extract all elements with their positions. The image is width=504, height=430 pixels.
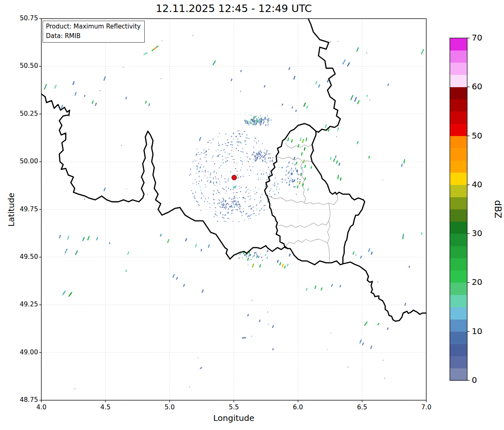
echo-streak xyxy=(246,120,247,122)
echo-streak xyxy=(255,194,255,194)
echo-streak xyxy=(255,116,255,118)
echo-streak xyxy=(248,196,249,197)
colorbar-band xyxy=(450,124,467,136)
echo-streak xyxy=(240,160,241,161)
echo-streak xyxy=(205,157,205,158)
echo-streak xyxy=(369,156,370,158)
echo-streak xyxy=(234,196,234,197)
echo-streak xyxy=(259,153,260,155)
colorbar-band xyxy=(450,99,467,112)
echo-streak xyxy=(348,367,348,368)
echo-streak xyxy=(198,204,199,205)
echo-streak xyxy=(194,196,195,196)
echo-streak xyxy=(306,106,308,109)
echo-streak xyxy=(240,191,241,192)
region-border xyxy=(327,203,330,262)
echo-streak xyxy=(242,134,243,134)
echo-streak xyxy=(247,122,247,124)
radar-figure: 12.11.2025 12:45 - 12:49 UTC dBZ Product… xyxy=(0,0,504,430)
echo-streak xyxy=(248,193,249,194)
echo-streak xyxy=(253,147,254,147)
echo-streak xyxy=(253,121,253,122)
x-tick-label: 4.5 xyxy=(93,404,118,411)
colorbar-band xyxy=(450,356,467,368)
echo-streak xyxy=(237,171,238,172)
echo-streak xyxy=(100,90,100,91)
echo-streak xyxy=(268,167,269,168)
echo-streak xyxy=(230,205,231,207)
echo-streak xyxy=(201,153,201,153)
echo-streak xyxy=(208,149,209,150)
echo-streak xyxy=(260,124,261,125)
echo-streak xyxy=(226,158,227,158)
echo-streak xyxy=(328,129,330,131)
echo-streak xyxy=(303,184,303,186)
echo-streak xyxy=(263,152,264,153)
echo-streak xyxy=(250,205,251,206)
echo-streak xyxy=(216,182,217,183)
echo-streak xyxy=(251,170,251,171)
echo-streak xyxy=(265,155,265,156)
echo-streak xyxy=(370,346,372,349)
echo-streak xyxy=(104,76,105,81)
echo-streak xyxy=(364,322,367,326)
colorbar-band xyxy=(450,368,467,380)
echo-streak-core xyxy=(422,50,423,53)
echo-streak xyxy=(370,100,370,100)
echo-streak xyxy=(234,206,235,208)
echo-streak xyxy=(265,155,266,155)
echo-streak xyxy=(334,158,335,162)
echo-streak xyxy=(296,167,296,170)
echo-streak-core xyxy=(282,265,283,266)
echo-streak xyxy=(263,156,263,158)
echo-streak xyxy=(288,138,289,141)
echo-streak xyxy=(256,205,257,206)
echo-streak xyxy=(273,184,273,186)
echo-streak xyxy=(213,194,213,194)
echo-streak xyxy=(217,190,218,191)
echo-streak xyxy=(258,141,259,141)
echo-streak xyxy=(255,124,255,126)
echo-streak xyxy=(223,199,224,200)
echo-streak xyxy=(260,158,260,160)
echo-streak xyxy=(268,195,268,196)
echo-streak xyxy=(228,208,229,210)
colorbar-band xyxy=(450,185,467,197)
echo-streak xyxy=(238,204,239,205)
echo-streak xyxy=(206,160,207,162)
echo-streak-core xyxy=(214,62,215,64)
echo-streak xyxy=(231,79,232,81)
echo-streak xyxy=(210,207,210,208)
echo-streak-core xyxy=(76,252,77,254)
colorbar-band xyxy=(450,62,467,75)
echo-streak xyxy=(339,163,340,166)
echo-streak xyxy=(265,157,265,158)
echo-streak xyxy=(254,191,254,191)
echo-streak xyxy=(220,150,221,151)
echo-streak xyxy=(218,156,219,157)
echo-streak xyxy=(265,152,265,154)
echo-streak xyxy=(217,203,218,205)
echo-streak xyxy=(256,158,256,160)
echo-streak xyxy=(279,262,281,265)
echo-streak xyxy=(266,152,267,153)
echo-streak xyxy=(241,161,243,162)
echo-streak xyxy=(252,123,252,124)
echo-streak xyxy=(240,151,241,152)
echo-streak xyxy=(215,214,216,215)
echo-streak xyxy=(204,201,205,202)
echo-streak xyxy=(237,174,238,176)
echo-streak xyxy=(196,154,197,155)
echo-streak xyxy=(216,215,217,215)
echo-streak xyxy=(263,260,263,261)
x-tick-label: 5.5 xyxy=(222,404,246,411)
echo-streak xyxy=(225,162,227,162)
echo-streak xyxy=(218,199,220,200)
echo-streak xyxy=(196,244,197,247)
echo-streak xyxy=(223,205,223,206)
echo-streak xyxy=(264,121,264,123)
echo-streak xyxy=(262,143,262,144)
echo-streak xyxy=(284,266,285,269)
echo-streak xyxy=(311,166,312,169)
echo-streak xyxy=(268,201,268,202)
